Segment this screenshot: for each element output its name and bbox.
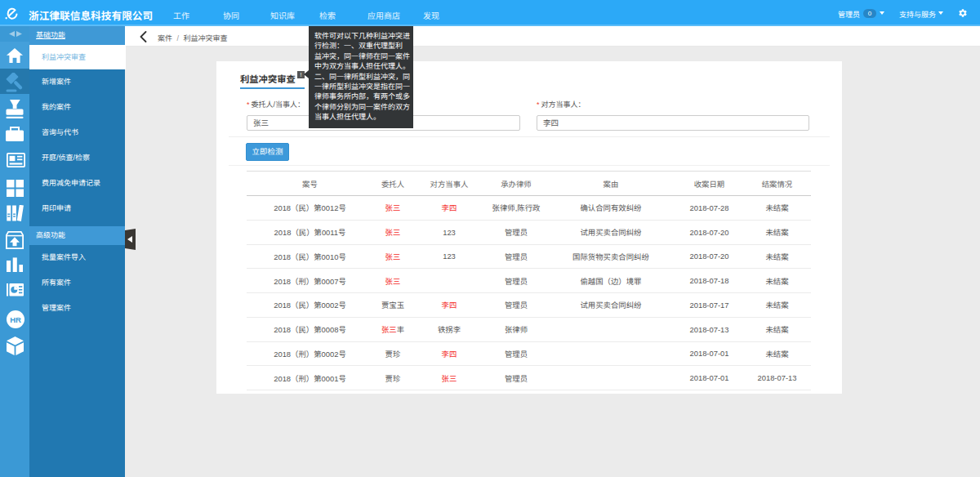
svg-text:HR: HR xyxy=(10,315,21,324)
